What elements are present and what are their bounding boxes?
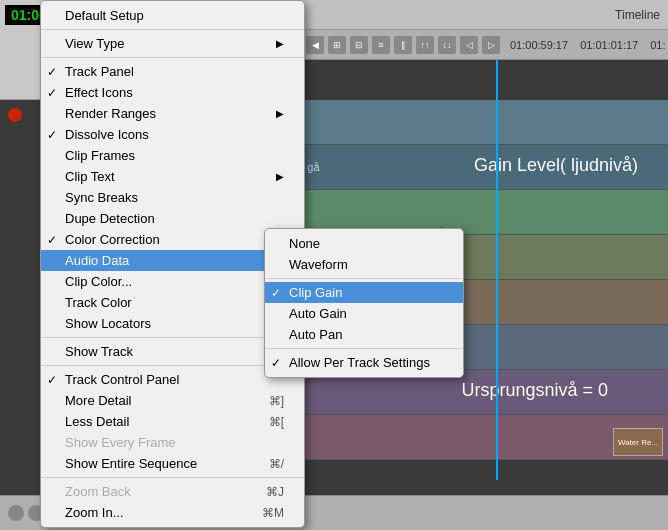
zoom-in-shortcut: ⌘M: [262, 506, 284, 520]
menu-item-sync-breaks[interactable]: Sync Breaks: [41, 187, 304, 208]
ruler-icon-3: ◀: [306, 36, 324, 54]
menu-item-view-type[interactable]: View Type ▶: [41, 33, 304, 54]
gain-level-label: Gain Level( ljudnivå): [474, 155, 638, 176]
submenu-item-auto-gain[interactable]: Auto Gain: [265, 303, 463, 324]
menu-item-zoom-in[interactable]: Zoom In... ⌘M: [41, 502, 304, 523]
ruler-icon-4: ⊞: [328, 36, 346, 54]
more-detail-shortcut: ⌘]: [269, 394, 284, 408]
submenu-item-allow-per-track[interactable]: Allow Per Track Settings: [265, 352, 463, 373]
menu-item-less-detail[interactable]: Less Detail ⌘[: [41, 411, 304, 432]
menu-item-show-every-frame: Show Every Frame: [41, 432, 304, 453]
playhead: [496, 60, 498, 480]
less-detail-shortcut: ⌘[: [269, 415, 284, 429]
submenu-item-none[interactable]: None: [265, 233, 463, 254]
submenu-item-waveform[interactable]: Waveform: [265, 254, 463, 275]
menu-item-track-panel[interactable]: Track Panel: [41, 61, 304, 82]
menu-item-effect-icons[interactable]: Effect Icons: [41, 82, 304, 103]
ruler-icon-9: ↓↓: [438, 36, 456, 54]
menu-item-render-ranges[interactable]: Render Ranges ▶: [41, 103, 304, 124]
ruler-icon-11: ▷: [482, 36, 500, 54]
timeline-header: Timeline: [258, 0, 668, 30]
menu-separator-5: [41, 477, 304, 478]
timeline-ruler: ⊕ ▶ ◀ ⊞ ⊟ ≡ ∥ ↑↑ ↓↓ ◁ ▷ 01:00:59:17 01:0…: [258, 30, 668, 60]
menu-item-clip-frames[interactable]: Clip Frames: [41, 145, 304, 166]
timeline-title: Timeline: [615, 8, 660, 22]
menu-item-dissolve-icons[interactable]: Dissolve Icons: [41, 124, 304, 145]
menu-item-default-setup[interactable]: Default Setup: [41, 5, 304, 26]
menu-item-clip-text[interactable]: Clip Text ▶: [41, 166, 304, 187]
ruler-icon-10: ◁: [460, 36, 478, 54]
timecode-2: 01:01:01:17: [574, 39, 644, 51]
ruler-icon-8: ↑↑: [416, 36, 434, 54]
clip-text-arrow-icon: ▶: [276, 171, 284, 182]
menu-item-zoom-back: Zoom Back ⌘J: [41, 481, 304, 502]
menu-item-show-entire-sequence[interactable]: Show Entire Sequence ⌘/: [41, 453, 304, 474]
ruler-icon-6: ≡: [372, 36, 390, 54]
menu-item-dupe-detection[interactable]: Dupe Detection: [41, 208, 304, 229]
ruler-icon-7: ∥: [394, 36, 412, 54]
show-entire-seq-shortcut: ⌘/: [269, 457, 284, 471]
origin-label: Ursprungsnivå = 0: [461, 380, 608, 401]
track-row-8: Water Re...: [268, 415, 668, 460]
menu-separator-2: [41, 57, 304, 58]
clip-thumbnail: Water Re...: [613, 428, 663, 456]
submenu-item-auto-pan[interactable]: Auto Pan: [265, 324, 463, 345]
zoom-back-shortcut: ⌘J: [266, 485, 284, 499]
track-row-1: [268, 100, 668, 145]
submenu-item-clip-gain[interactable]: Clip Gain: [265, 282, 463, 303]
audio-data-submenu: None Waveform Clip Gain Auto Gain Auto P…: [264, 228, 464, 378]
render-ranges-arrow-icon: ▶: [276, 108, 284, 119]
menu-item-more-detail[interactable]: More Detail ⌘]: [41, 390, 304, 411]
timecode-1: 01:00:59:17: [504, 39, 574, 51]
record-button[interactable]: [8, 108, 22, 122]
ruler-icon-5: ⊟: [350, 36, 368, 54]
timecode-3: 01:: [644, 39, 668, 51]
bottom-icon-1: [8, 505, 24, 521]
submenu-arrow-icon: ▶: [276, 38, 284, 49]
submenu-separator-1: [265, 278, 463, 279]
submenu-separator-2: [265, 348, 463, 349]
menu-separator-1: [41, 29, 304, 30]
